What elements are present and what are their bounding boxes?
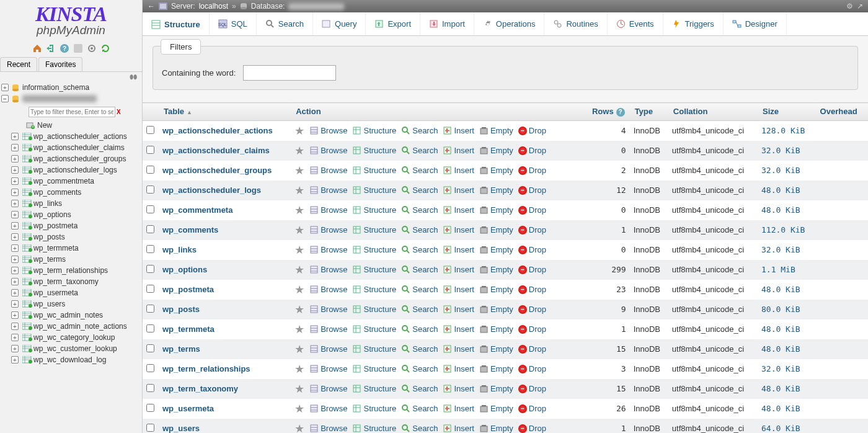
search-link[interactable]: Search <box>401 344 438 354</box>
structure-link[interactable]: Structure <box>352 324 396 334</box>
expand-icon[interactable]: + <box>11 211 19 218</box>
insert-link[interactable]: Insert <box>443 146 474 155</box>
structure-link[interactable]: Structure <box>352 384 396 393</box>
browse-link[interactable]: Browse <box>309 285 347 294</box>
favorite-star-icon[interactable]: ★ <box>294 223 304 237</box>
tab-designer[interactable]: Designer <box>724 12 787 35</box>
row-checkbox[interactable] <box>146 324 154 333</box>
tree-table[interactable]: +wp_term_relationships <box>1 265 142 276</box>
insert-link[interactable]: Insert <box>443 185 474 195</box>
browse-link[interactable]: Browse <box>309 424 347 433</box>
expand-icon[interactable]: + <box>11 345 19 352</box>
structure-link[interactable]: Structure <box>352 126 396 135</box>
expand-icon[interactable]: + <box>11 155 19 163</box>
tree-table[interactable]: +wp_wc_download_log <box>1 354 142 365</box>
empty-link[interactable]: Empty <box>479 305 513 314</box>
browse-link[interactable]: Browse <box>309 305 347 314</box>
table-name-link[interactable]: wp_users <box>162 424 200 433</box>
collapse-icon[interactable]: − <box>1 95 9 102</box>
bc-server-name[interactable]: localhost <box>199 2 228 11</box>
insert-link[interactable]: Insert <box>443 166 474 175</box>
drop-link[interactable]: –Drop <box>518 424 546 433</box>
search-link[interactable]: Search <box>401 265 438 274</box>
tree-table[interactable]: +wp_postmeta <box>1 220 142 231</box>
drop-link[interactable]: –Drop <box>518 285 546 294</box>
drop-link[interactable]: –Drop <box>518 245 546 254</box>
home-icon[interactable] <box>32 43 42 53</box>
favorite-star-icon[interactable]: ★ <box>294 362 304 376</box>
expand-icon[interactable]: + <box>11 177 19 185</box>
favorite-star-icon[interactable]: ★ <box>294 422 304 434</box>
tab-import[interactable]: Import <box>420 12 474 35</box>
expand-icon[interactable]: + <box>11 200 19 207</box>
expand-icon[interactable]: + <box>11 133 19 140</box>
tree-table[interactable]: +wp_options <box>1 209 142 220</box>
empty-link[interactable]: Empty <box>479 364 513 373</box>
table-name-link[interactable]: wp_commentmeta <box>162 205 232 215</box>
tree-table[interactable]: +wp_posts <box>1 231 142 243</box>
tab-triggers[interactable]: Triggers <box>663 12 724 35</box>
tree-table[interactable]: +wp_links <box>1 198 142 209</box>
structure-link[interactable]: Structure <box>352 404 396 413</box>
tree-table[interactable]: +wp_commentmeta <box>1 176 142 187</box>
browse-link[interactable]: Browse <box>309 344 347 354</box>
browse-link[interactable]: Browse <box>309 384 347 393</box>
row-checkbox[interactable] <box>146 185 154 194</box>
tree-table[interactable]: +wp_comments <box>1 187 142 198</box>
empty-link[interactable]: Empty <box>479 166 513 175</box>
drop-link[interactable]: –Drop <box>518 305 546 314</box>
browse-link[interactable]: Browse <box>309 185 347 195</box>
table-name-link[interactable]: wp_posts <box>162 305 200 314</box>
insert-link[interactable]: Insert <box>443 205 474 215</box>
insert-link[interactable]: Insert <box>443 126 474 135</box>
browse-link[interactable]: Browse <box>309 205 347 215</box>
drop-link[interactable]: –Drop <box>518 344 546 354</box>
favorite-star-icon[interactable]: ★ <box>294 263 304 277</box>
col-rows[interactable]: Rows? <box>582 103 630 121</box>
table-name-link[interactable]: wp_term_taxonomy <box>162 384 238 393</box>
table-name-link[interactable]: wp_term_relationships <box>162 364 250 373</box>
search-link[interactable]: Search <box>401 225 438 234</box>
structure-link[interactable]: Structure <box>352 185 396 195</box>
table-name-link[interactable]: wp_options <box>162 265 207 274</box>
structure-link[interactable]: Structure <box>352 424 396 433</box>
expand-icon[interactable]: + <box>11 256 19 263</box>
drop-link[interactable]: –Drop <box>518 324 546 334</box>
table-name-link[interactable]: wp_links <box>162 245 197 254</box>
insert-link[interactable]: Insert <box>443 285 474 294</box>
empty-link[interactable]: Empty <box>479 324 513 334</box>
insert-link[interactable]: Insert <box>443 265 474 274</box>
row-checkbox[interactable] <box>146 404 154 412</box>
browse-link[interactable]: Browse <box>309 404 347 413</box>
search-link[interactable]: Search <box>401 146 438 155</box>
table-name-link[interactable]: wp_usermeta <box>162 404 214 413</box>
drop-link[interactable]: –Drop <box>518 404 546 413</box>
row-checkbox[interactable] <box>146 344 154 352</box>
row-checkbox[interactable] <box>146 424 154 432</box>
favorite-star-icon[interactable]: ★ <box>294 323 304 336</box>
table-name-link[interactable]: wp_termmeta <box>162 324 215 334</box>
col-table[interactable]: Table▲ <box>159 103 291 121</box>
tree-filter-input[interactable] <box>29 107 115 117</box>
structure-link[interactable]: Structure <box>352 344 396 354</box>
expand-icon[interactable]: + <box>1 84 9 91</box>
sql-icon[interactable] <box>73 43 83 53</box>
row-checkbox[interactable] <box>146 166 154 174</box>
search-link[interactable]: Search <box>401 305 438 314</box>
search-link[interactable]: Search <box>401 205 438 215</box>
tab-structure[interactable]: Structure <box>143 12 210 35</box>
insert-link[interactable]: Insert <box>443 225 474 234</box>
table-name-link[interactable]: wp_postmeta <box>162 285 214 294</box>
favorite-star-icon[interactable]: ★ <box>294 124 304 138</box>
settings-icon[interactable] <box>87 43 97 53</box>
tab-events[interactable]: Events <box>608 12 663 35</box>
expand-icon[interactable]: + <box>11 222 19 230</box>
favorite-star-icon[interactable]: ★ <box>294 303 304 316</box>
empty-link[interactable]: Empty <box>479 185 513 195</box>
favorite-star-icon[interactable]: ★ <box>294 382 304 396</box>
reload-icon[interactable] <box>100 43 110 53</box>
row-checkbox[interactable] <box>146 265 154 273</box>
search-link[interactable]: Search <box>401 424 438 433</box>
tab-export[interactable]: Export <box>366 12 420 35</box>
empty-link[interactable]: Empty <box>479 404 513 413</box>
